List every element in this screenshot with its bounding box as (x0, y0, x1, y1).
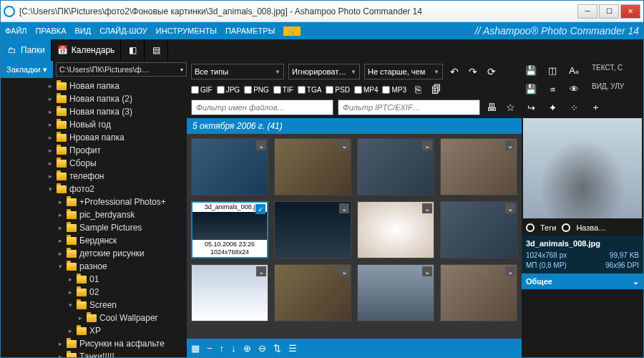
menu-slideshow[interactable]: СЛАЙД-ШОУ (99, 26, 147, 35)
tree-item[interactable]: ▸Сборы (1, 157, 187, 170)
expander-icon[interactable]: ▸ (47, 147, 54, 154)
expander-icon[interactable]: ▸ (67, 276, 74, 283)
tree-item[interactable]: ▸телефон (1, 170, 187, 183)
tree-item[interactable]: ▸01 (1, 273, 187, 286)
tree-item[interactable]: ▸Рисунки на асфальте (1, 337, 187, 350)
zoom-out-icon[interactable]: ⊖ (258, 343, 266, 354)
crop-icon[interactable]: ◫ (546, 64, 559, 77)
menu-edit[interactable]: ПРАВКА (36, 26, 67, 35)
check-icon[interactable]: ⌄ (339, 140, 349, 150)
tab-name[interactable]: Назва… (576, 223, 606, 232)
minus-icon[interactable]: − (207, 343, 213, 354)
undo-icon[interactable]: ↶ (447, 64, 462, 79)
thumbnail[interactable]: ⌄ (440, 201, 517, 258)
format-checkbox-png[interactable]: PNG (244, 86, 269, 94)
minimize-button[interactable]: ─ (577, 4, 597, 19)
menu-file[interactable]: ФАЙЛ (5, 26, 27, 35)
tree-item[interactable]: ▸Нровая папка (1, 131, 187, 144)
expander-icon[interactable]: ▸ (57, 250, 64, 257)
check-icon[interactable]: ⌄ (505, 140, 515, 150)
check-icon[interactable]: ✓ (255, 204, 265, 214)
wand-icon[interactable]: ✦ (546, 101, 559, 114)
tree-item[interactable]: ▸Cool Wallpaper (1, 311, 187, 324)
expander-icon[interactable]: ▸ (47, 134, 54, 141)
adjust-icon[interactable]: ⁘ (567, 101, 580, 114)
expander-icon[interactable]: ▸ (47, 121, 54, 128)
format-checkbox-mp3[interactable]: MP3 (382, 86, 406, 94)
sort-icon[interactable]: ⇅ (273, 343, 281, 354)
thumbnail[interactable]: ⌄ (274, 264, 351, 321)
tree-item[interactable]: ▾фото2 (1, 183, 187, 195)
rotate-icon[interactable]: ⟳ (484, 64, 499, 79)
expander-icon[interactable]: ▸ (47, 160, 54, 167)
folder-tree[interactable]: ▸Новая папка▸Новая папка (2)▸Новая папка… (1, 78, 187, 357)
bookmarks-tab[interactable]: Закладки ▾ (1, 61, 53, 78)
tree-item[interactable]: ▸Профит (1, 144, 187, 157)
tree-item[interactable]: ▸Новый год (1, 118, 187, 131)
check-icon[interactable]: ⌄ (422, 203, 432, 213)
format-checkbox-tga[interactable]: TGA (298, 86, 322, 94)
tree-item[interactable]: ▸детские рисунки (1, 247, 187, 260)
tree-item[interactable]: ▾разное (1, 260, 187, 273)
thumbnail[interactable]: ⌄ (357, 138, 434, 195)
iptc-filter-input[interactable] (338, 100, 480, 115)
thumbnail[interactable]: ⌄ (357, 201, 434, 258)
down-arrow-icon[interactable]: ↓ (231, 343, 236, 354)
check-icon[interactable]: ⌄ (256, 266, 266, 276)
expander-icon[interactable]: ▸ (57, 340, 64, 347)
expander-icon[interactable]: ▸ (57, 211, 64, 218)
tab-folders[interactable]: 🗀 Папки (1, 39, 52, 61)
expander-icon[interactable]: ▸ (77, 314, 84, 321)
tree-item[interactable]: ▸Новая папка (3) (1, 105, 187, 118)
format-checkbox-gif[interactable]: GIF (191, 86, 213, 94)
tab-tags[interactable]: Теги (540, 223, 556, 232)
expander-icon[interactable]: ▸ (57, 237, 64, 244)
close-button[interactable]: ✕ (620, 4, 640, 19)
expander-icon[interactable]: ▸ (47, 82, 54, 90)
expander-icon[interactable]: ▸ (47, 95, 54, 102)
check-icon[interactable]: ⌄ (256, 140, 266, 150)
check-icon[interactable]: ⌄ (339, 266, 349, 276)
date-group-header[interactable]: 5 октября 2006 г. (41) (187, 118, 522, 134)
menu-options[interactable]: ПАРАМЕТРЫ (225, 26, 275, 35)
tree-item[interactable]: ▸Новая папка (2) (1, 92, 187, 105)
image-preview[interactable] (523, 118, 642, 218)
expander-icon[interactable]: ▾ (57, 263, 64, 270)
thumbnail[interactable]: ⌄ (274, 138, 351, 195)
path-field[interactable]: C:\Users\ПК\Pictures\ф…▾ (56, 62, 187, 77)
expander-icon[interactable]: ▸ (47, 173, 54, 180)
tab-calendar[interactable]: 📅 Календарь (52, 39, 122, 61)
check-icon[interactable]: ⌄ (505, 203, 515, 213)
cart-icon[interactable]: 🛒 (283, 26, 301, 36)
grid-icon[interactable]: ▦ (191, 343, 200, 354)
filter-type-dropdown[interactable]: Все типы▼ (191, 64, 284, 79)
expander-icon[interactable]: ▸ (67, 327, 74, 334)
tree-item[interactable]: ▸Новая папка (1, 79, 187, 92)
expander-icon[interactable]: ▸ (57, 224, 64, 231)
zoom-in-icon[interactable]: ⊕ (243, 343, 251, 354)
expander-icon[interactable]: ▾ (47, 185, 54, 193)
filter-ignore-dropdown[interactable]: Игнорироват…▼ (288, 64, 360, 79)
expander-icon[interactable]: ▸ (57, 198, 64, 205)
tree-item[interactable]: ▾Screen (1, 299, 187, 311)
star-icon[interactable]: ☆ (503, 100, 517, 115)
tree-item[interactable]: ▸02 (1, 286, 187, 299)
save2-icon[interactable]: 💾 (525, 82, 537, 95)
eye-icon[interactable]: 👁 (567, 82, 580, 95)
thumbnail[interactable]: ⌄ (357, 264, 434, 321)
filename-filter-input[interactable] (191, 100, 333, 115)
save-icon[interactable]: 💾 (525, 64, 537, 77)
tab-extra-2[interactable]: ▤ (145, 39, 168, 61)
expander-icon[interactable]: ▸ (67, 289, 74, 296)
format-checkbox-mp4[interactable]: MP4 (354, 86, 379, 94)
thumbnail-selected[interactable]: 3d_animals_008.j 05.10.2006 23:261024x76… (191, 201, 268, 258)
menu-tools[interactable]: ИНСТРУМЕНТЫ (156, 26, 217, 35)
expander-icon[interactable]: ▸ (47, 108, 54, 115)
tree-item[interactable]: ▸+Professional Photos+ (1, 195, 187, 208)
tree-item[interactable]: ▸Sample Pictures (1, 221, 187, 234)
format-checkbox-tif[interactable]: TIF (273, 86, 293, 94)
thumbnail[interactable]: ⌄ (191, 138, 268, 195)
thumbnail[interactable]: ⌄ (440, 264, 517, 321)
up-arrow-icon[interactable]: ↑ (220, 343, 225, 354)
section-general[interactable]: Общее ⌄ (522, 274, 643, 289)
